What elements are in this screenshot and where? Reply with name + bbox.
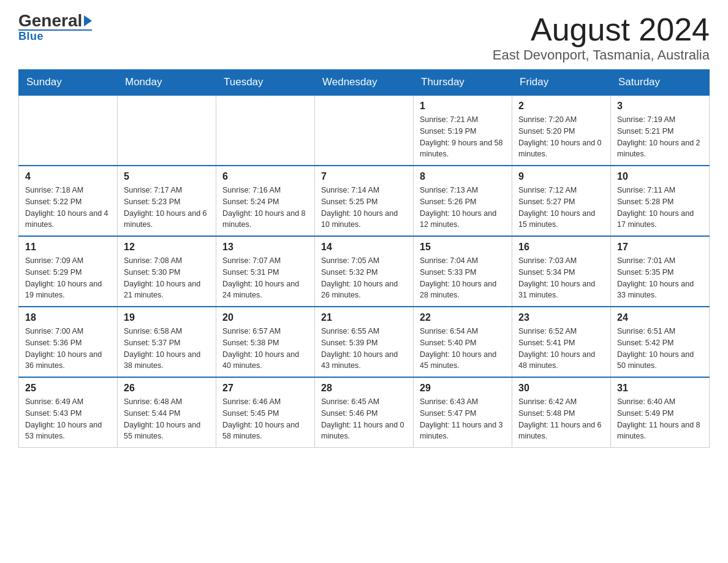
day-info: Sunrise: 7:09 AM Sunset: 5:29 PM Dayligh… [25, 255, 111, 301]
day-number: 31 [617, 383, 703, 394]
day-info: Sunrise: 6:55 AM Sunset: 5:39 PM Dayligh… [321, 326, 407, 372]
page-header: General Blue August 2024 East Devonport,… [18, 12, 710, 63]
day-info: Sunrise: 6:45 AM Sunset: 5:46 PM Dayligh… [321, 396, 407, 442]
day-number: 27 [222, 383, 308, 394]
day-info: Sunrise: 7:14 AM Sunset: 5:25 PM Dayligh… [321, 185, 407, 231]
day-info: Sunrise: 7:19 AM Sunset: 5:21 PM Dayligh… [617, 114, 703, 160]
week-row-2: 4Sunrise: 7:18 AM Sunset: 5:22 PM Daylig… [19, 166, 710, 236]
day-number: 17 [617, 242, 703, 253]
day-number: 26 [124, 383, 210, 394]
day-cell: 12Sunrise: 7:08 AM Sunset: 5:30 PM Dayli… [118, 236, 216, 307]
day-info: Sunrise: 7:00 AM Sunset: 5:36 PM Dayligh… [25, 326, 111, 372]
day-cell: 2Sunrise: 7:20 AM Sunset: 5:20 PM Daylig… [512, 95, 611, 166]
day-number: 7 [321, 171, 407, 182]
day-cell [19, 95, 118, 166]
day-cell: 4Sunrise: 7:18 AM Sunset: 5:22 PM Daylig… [19, 166, 118, 236]
day-info: Sunrise: 7:13 AM Sunset: 5:26 PM Dayligh… [420, 185, 506, 231]
day-cell: 9Sunrise: 7:12 AM Sunset: 5:27 PM Daylig… [512, 166, 611, 236]
day-cell: 23Sunrise: 6:52 AM Sunset: 5:41 PM Dayli… [512, 307, 611, 377]
day-info: Sunrise: 6:42 AM Sunset: 5:48 PM Dayligh… [518, 396, 604, 442]
day-number: 19 [124, 312, 210, 323]
day-number: 22 [420, 312, 506, 323]
day-info: Sunrise: 7:12 AM Sunset: 5:27 PM Dayligh… [518, 185, 604, 231]
col-tuesday: Tuesday [216, 70, 315, 96]
day-number: 2 [518, 101, 604, 112]
col-saturday: Saturday [611, 70, 710, 96]
calendar-table: Sunday Monday Tuesday Wednesday Thursday… [18, 69, 710, 448]
day-cell: 21Sunrise: 6:55 AM Sunset: 5:39 PM Dayli… [315, 307, 414, 377]
day-number: 24 [617, 312, 703, 323]
day-cell: 31Sunrise: 6:40 AM Sunset: 5:49 PM Dayli… [611, 377, 710, 448]
day-info: Sunrise: 7:05 AM Sunset: 5:32 PM Dayligh… [321, 255, 407, 301]
day-number: 13 [222, 242, 308, 253]
day-cell: 26Sunrise: 6:48 AM Sunset: 5:44 PM Dayli… [118, 377, 216, 448]
day-cell: 1Sunrise: 7:21 AM Sunset: 5:19 PM Daylig… [414, 95, 512, 166]
day-cell: 7Sunrise: 7:14 AM Sunset: 5:25 PM Daylig… [315, 166, 414, 236]
day-info: Sunrise: 6:51 AM Sunset: 5:42 PM Dayligh… [617, 326, 703, 372]
day-info: Sunrise: 7:03 AM Sunset: 5:34 PM Dayligh… [518, 255, 604, 301]
day-cell: 30Sunrise: 6:42 AM Sunset: 5:48 PM Dayli… [512, 377, 611, 448]
day-cell: 8Sunrise: 7:13 AM Sunset: 5:26 PM Daylig… [414, 166, 512, 236]
day-cell: 5Sunrise: 7:17 AM Sunset: 5:23 PM Daylig… [118, 166, 216, 236]
week-row-3: 11Sunrise: 7:09 AM Sunset: 5:29 PM Dayli… [19, 236, 710, 307]
day-number: 1 [420, 101, 506, 112]
day-number: 12 [124, 242, 210, 253]
calendar-header-row: Sunday Monday Tuesday Wednesday Thursday… [19, 70, 710, 96]
day-info: Sunrise: 7:21 AM Sunset: 5:19 PM Dayligh… [420, 114, 506, 160]
day-info: Sunrise: 6:52 AM Sunset: 5:41 PM Dayligh… [518, 326, 604, 372]
title-section: August 2024 East Devonport, Tasmania, Au… [493, 12, 710, 63]
day-cell: 18Sunrise: 7:00 AM Sunset: 5:36 PM Dayli… [19, 307, 118, 377]
day-number: 9 [518, 171, 604, 182]
day-number: 20 [222, 312, 308, 323]
day-number: 28 [321, 383, 407, 394]
week-row-1: 1Sunrise: 7:21 AM Sunset: 5:19 PM Daylig… [19, 95, 710, 166]
day-number: 15 [420, 242, 506, 253]
day-number: 8 [420, 171, 506, 182]
day-number: 14 [321, 242, 407, 253]
day-info: Sunrise: 6:43 AM Sunset: 5:47 PM Dayligh… [420, 396, 506, 442]
day-cell [216, 95, 315, 166]
day-number: 16 [518, 242, 604, 253]
day-info: Sunrise: 7:20 AM Sunset: 5:20 PM Dayligh… [518, 114, 604, 160]
day-cell: 10Sunrise: 7:11 AM Sunset: 5:28 PM Dayli… [611, 166, 710, 236]
col-friday: Friday [512, 70, 611, 96]
logo-blue: Blue [18, 29, 92, 43]
day-info: Sunrise: 7:08 AM Sunset: 5:30 PM Dayligh… [124, 255, 210, 301]
day-info: Sunrise: 7:18 AM Sunset: 5:22 PM Dayligh… [25, 185, 111, 231]
day-number: 18 [25, 312, 111, 323]
day-cell: 17Sunrise: 7:01 AM Sunset: 5:35 PM Dayli… [611, 236, 710, 307]
day-info: Sunrise: 7:16 AM Sunset: 5:24 PM Dayligh… [222, 185, 308, 231]
day-number: 25 [25, 383, 111, 394]
col-monday: Monday [118, 70, 216, 96]
col-wednesday: Wednesday [315, 70, 414, 96]
day-cell: 20Sunrise: 6:57 AM Sunset: 5:38 PM Dayli… [216, 307, 315, 377]
day-info: Sunrise: 6:54 AM Sunset: 5:40 PM Dayligh… [420, 326, 506, 372]
day-number: 11 [25, 242, 111, 253]
day-cell: 27Sunrise: 6:46 AM Sunset: 5:45 PM Dayli… [216, 377, 315, 448]
day-info: Sunrise: 7:11 AM Sunset: 5:28 PM Dayligh… [617, 185, 703, 231]
day-info: Sunrise: 7:04 AM Sunset: 5:33 PM Dayligh… [420, 255, 506, 301]
day-info: Sunrise: 7:01 AM Sunset: 5:35 PM Dayligh… [617, 255, 703, 301]
day-info: Sunrise: 6:46 AM Sunset: 5:45 PM Dayligh… [222, 396, 308, 442]
day-cell: 24Sunrise: 6:51 AM Sunset: 5:42 PM Dayli… [611, 307, 710, 377]
day-number: 10 [617, 171, 703, 182]
day-number: 30 [518, 383, 604, 394]
day-info: Sunrise: 6:57 AM Sunset: 5:38 PM Dayligh… [222, 326, 308, 372]
day-info: Sunrise: 6:58 AM Sunset: 5:37 PM Dayligh… [124, 326, 210, 372]
day-info: Sunrise: 6:49 AM Sunset: 5:43 PM Dayligh… [25, 396, 111, 442]
week-row-5: 25Sunrise: 6:49 AM Sunset: 5:43 PM Dayli… [19, 377, 710, 448]
day-cell: 14Sunrise: 7:05 AM Sunset: 5:32 PM Dayli… [315, 236, 414, 307]
day-number: 29 [420, 383, 506, 394]
day-info: Sunrise: 7:07 AM Sunset: 5:31 PM Dayligh… [222, 255, 308, 301]
day-number: 23 [518, 312, 604, 323]
day-cell [315, 95, 414, 166]
day-cell: 29Sunrise: 6:43 AM Sunset: 5:47 PM Dayli… [414, 377, 512, 448]
day-cell: 13Sunrise: 7:07 AM Sunset: 5:31 PM Dayli… [216, 236, 315, 307]
day-number: 21 [321, 312, 407, 323]
day-number: 4 [25, 171, 111, 182]
day-cell: 25Sunrise: 6:49 AM Sunset: 5:43 PM Dayli… [19, 377, 118, 448]
day-info: Sunrise: 6:48 AM Sunset: 5:44 PM Dayligh… [124, 396, 210, 442]
subtitle: East Devonport, Tasmania, Australia [493, 47, 710, 63]
day-cell: 28Sunrise: 6:45 AM Sunset: 5:46 PM Dayli… [315, 377, 414, 448]
col-sunday: Sunday [19, 70, 118, 96]
